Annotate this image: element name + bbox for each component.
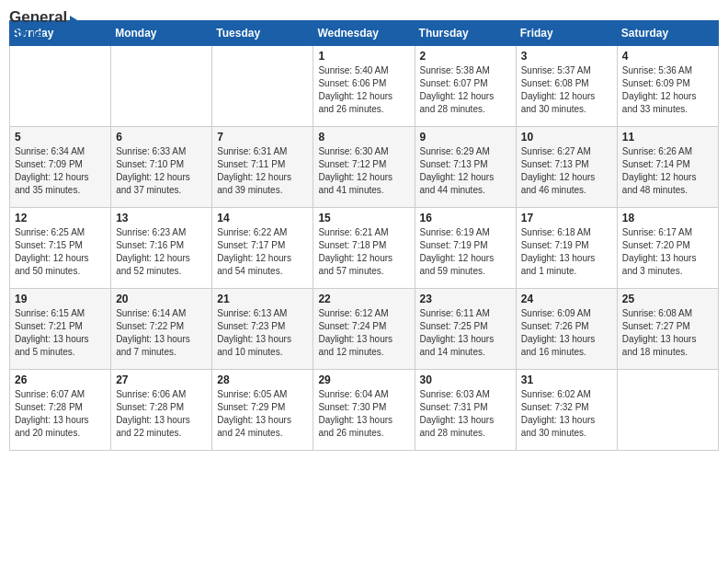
- calendar-cell: 5Sunrise: 6:34 AM Sunset: 7:09 PM Daylig…: [10, 127, 111, 208]
- day-info: Sunrise: 6:27 AM Sunset: 7:13 PM Dayligh…: [521, 145, 612, 197]
- day-number: 11: [622, 131, 713, 144]
- calendar-week-1: 1Sunrise: 5:40 AM Sunset: 6:06 PM Daylig…: [10, 46, 719, 127]
- day-info: Sunrise: 6:26 AM Sunset: 7:14 PM Dayligh…: [622, 145, 713, 197]
- calendar-cell: 19Sunrise: 6:15 AM Sunset: 7:21 PM Dayli…: [10, 289, 111, 370]
- day-number: 20: [116, 293, 207, 305]
- day-number: 15: [318, 212, 409, 224]
- day-info: Sunrise: 6:05 AM Sunset: 7:29 PM Dayligh…: [217, 388, 308, 440]
- calendar-cell: 2Sunrise: 5:38 AM Sunset: 6:07 PM Daylig…: [415, 46, 516, 127]
- day-info: Sunrise: 6:14 AM Sunset: 7:22 PM Dayligh…: [116, 307, 207, 359]
- day-info: Sunrise: 6:06 AM Sunset: 7:28 PM Dayligh…: [116, 388, 207, 440]
- calendar-cell: 8Sunrise: 6:30 AM Sunset: 7:12 PM Daylig…: [313, 127, 415, 208]
- day-info: Sunrise: 6:18 AM Sunset: 7:19 PM Dayligh…: [521, 226, 612, 278]
- calendar-cell: 15Sunrise: 6:21 AM Sunset: 7:18 PM Dayli…: [313, 208, 415, 289]
- calendar-cell: 22Sunrise: 6:12 AM Sunset: 7:24 PM Dayli…: [313, 289, 415, 370]
- page-header: General Blue: [9, 9, 719, 11]
- calendar-cell: 31Sunrise: 6:02 AM Sunset: 7:32 PM Dayli…: [516, 370, 617, 451]
- calendar-cell: 24Sunrise: 6:09 AM Sunset: 7:26 PM Dayli…: [516, 289, 617, 370]
- day-number: 1: [318, 50, 409, 63]
- weekday-header-saturday: Saturday: [617, 21, 718, 46]
- calendar-cell: [111, 46, 212, 127]
- calendar-cell: 29Sunrise: 6:04 AM Sunset: 7:30 PM Dayli…: [313, 370, 415, 451]
- logo-line1: General: [9, 9, 67, 27]
- logo-line2: Blue: [9, 27, 67, 44]
- calendar-cell: 21Sunrise: 6:13 AM Sunset: 7:23 PM Dayli…: [212, 289, 313, 370]
- calendar-cell: 26Sunrise: 6:07 AM Sunset: 7:28 PM Dayli…: [10, 370, 111, 451]
- day-number: 4: [622, 50, 713, 63]
- day-number: 18: [622, 212, 713, 224]
- day-number: 2: [420, 50, 511, 63]
- day-info: Sunrise: 6:07 AM Sunset: 7:28 PM Dayligh…: [15, 388, 106, 440]
- day-number: 14: [217, 212, 308, 224]
- weekday-header-tuesday: Tuesday: [212, 21, 313, 46]
- day-info: Sunrise: 5:40 AM Sunset: 6:06 PM Dayligh…: [318, 64, 409, 116]
- day-info: Sunrise: 6:13 AM Sunset: 7:23 PM Dayligh…: [217, 307, 308, 359]
- day-info: Sunrise: 6:02 AM Sunset: 7:32 PM Dayligh…: [521, 388, 612, 440]
- day-info: Sunrise: 6:30 AM Sunset: 7:12 PM Dayligh…: [318, 145, 409, 197]
- day-number: 5: [15, 131, 106, 144]
- calendar-cell: 30Sunrise: 6:03 AM Sunset: 7:31 PM Dayli…: [415, 370, 516, 451]
- day-number: 29: [318, 373, 409, 386]
- calendar-cell: 20Sunrise: 6:14 AM Sunset: 7:22 PM Dayli…: [111, 289, 212, 370]
- logo: General Blue: [9, 9, 86, 43]
- day-number: 26: [15, 373, 106, 386]
- calendar-week-3: 12Sunrise: 6:25 AM Sunset: 7:15 PM Dayli…: [10, 208, 719, 289]
- day-number: 9: [420, 131, 511, 144]
- day-info: Sunrise: 6:19 AM Sunset: 7:19 PM Dayligh…: [420, 226, 511, 278]
- weekday-header-wednesday: Wednesday: [313, 21, 415, 46]
- calendar-cell: 23Sunrise: 6:11 AM Sunset: 7:25 PM Dayli…: [415, 289, 516, 370]
- weekday-header-thursday: Thursday: [415, 21, 516, 46]
- day-number: 6: [116, 131, 207, 144]
- calendar-cell: [617, 370, 718, 451]
- day-number: 16: [420, 212, 511, 224]
- day-number: 3: [521, 50, 612, 63]
- day-info: Sunrise: 6:25 AM Sunset: 7:15 PM Dayligh…: [15, 226, 106, 278]
- calendar-cell: 14Sunrise: 6:22 AM Sunset: 7:17 PM Dayli…: [212, 208, 313, 289]
- day-info: Sunrise: 6:33 AM Sunset: 7:10 PM Dayligh…: [116, 145, 207, 197]
- calendar-week-4: 19Sunrise: 6:15 AM Sunset: 7:21 PM Dayli…: [10, 289, 719, 370]
- day-number: 10: [521, 131, 612, 144]
- calendar-cell: 11Sunrise: 6:26 AM Sunset: 7:14 PM Dayli…: [617, 127, 718, 208]
- calendar-table: SundayMondayTuesdayWednesdayThursdayFrid…: [9, 20, 719, 451]
- calendar-cell: 3Sunrise: 5:37 AM Sunset: 6:08 PM Daylig…: [516, 46, 617, 127]
- day-info: Sunrise: 6:04 AM Sunset: 7:30 PM Dayligh…: [318, 388, 409, 440]
- day-number: 8: [318, 131, 409, 144]
- calendar-cell: 16Sunrise: 6:19 AM Sunset: 7:19 PM Dayli…: [415, 208, 516, 289]
- calendar-cell: 1Sunrise: 5:40 AM Sunset: 6:06 PM Daylig…: [313, 46, 415, 127]
- calendar-cell: [212, 46, 313, 127]
- day-number: 19: [15, 293, 106, 305]
- day-number: 27: [116, 373, 207, 386]
- calendar-cell: 18Sunrise: 6:17 AM Sunset: 7:20 PM Dayli…: [617, 208, 718, 289]
- day-info: Sunrise: 6:08 AM Sunset: 7:27 PM Dayligh…: [622, 307, 713, 359]
- day-info: Sunrise: 6:03 AM Sunset: 7:31 PM Dayligh…: [420, 388, 511, 440]
- day-number: 22: [318, 293, 409, 305]
- weekday-header-monday: Monday: [111, 21, 212, 46]
- calendar-week-5: 26Sunrise: 6:07 AM Sunset: 7:28 PM Dayli…: [10, 370, 719, 451]
- day-number: 24: [521, 293, 612, 305]
- day-number: 7: [217, 131, 308, 144]
- day-info: Sunrise: 6:23 AM Sunset: 7:16 PM Dayligh…: [116, 226, 207, 278]
- day-info: Sunrise: 6:22 AM Sunset: 7:17 PM Dayligh…: [217, 226, 308, 278]
- calendar-cell: 12Sunrise: 6:25 AM Sunset: 7:15 PM Dayli…: [10, 208, 111, 289]
- day-info: Sunrise: 6:11 AM Sunset: 7:25 PM Dayligh…: [420, 307, 511, 359]
- day-info: Sunrise: 6:34 AM Sunset: 7:09 PM Dayligh…: [15, 145, 106, 197]
- day-info: Sunrise: 6:15 AM Sunset: 7:21 PM Dayligh…: [15, 307, 106, 359]
- day-number: 31: [521, 373, 612, 386]
- calendar-cell: 27Sunrise: 6:06 AM Sunset: 7:28 PM Dayli…: [111, 370, 212, 451]
- day-number: 12: [15, 212, 106, 224]
- day-info: Sunrise: 6:29 AM Sunset: 7:13 PM Dayligh…: [420, 145, 511, 197]
- day-info: Sunrise: 6:09 AM Sunset: 7:26 PM Dayligh…: [521, 307, 612, 359]
- day-number: 23: [420, 293, 511, 305]
- day-info: Sunrise: 5:38 AM Sunset: 6:07 PM Dayligh…: [420, 64, 511, 116]
- calendar-cell: [10, 46, 111, 127]
- day-number: 30: [420, 373, 511, 386]
- day-info: Sunrise: 5:37 AM Sunset: 6:08 PM Dayligh…: [521, 64, 612, 116]
- calendar-cell: 17Sunrise: 6:18 AM Sunset: 7:19 PM Dayli…: [516, 208, 617, 289]
- day-info: Sunrise: 6:21 AM Sunset: 7:18 PM Dayligh…: [318, 226, 409, 278]
- weekday-header-friday: Friday: [516, 21, 617, 46]
- weekday-header-row: SundayMondayTuesdayWednesdayThursdayFrid…: [10, 21, 719, 46]
- day-info: Sunrise: 6:31 AM Sunset: 7:11 PM Dayligh…: [217, 145, 308, 197]
- logo-arrow-icon: [70, 16, 86, 40]
- calendar-cell: 25Sunrise: 6:08 AM Sunset: 7:27 PM Dayli…: [617, 289, 718, 370]
- calendar-cell: 4Sunrise: 5:36 AM Sunset: 6:09 PM Daylig…: [617, 46, 718, 127]
